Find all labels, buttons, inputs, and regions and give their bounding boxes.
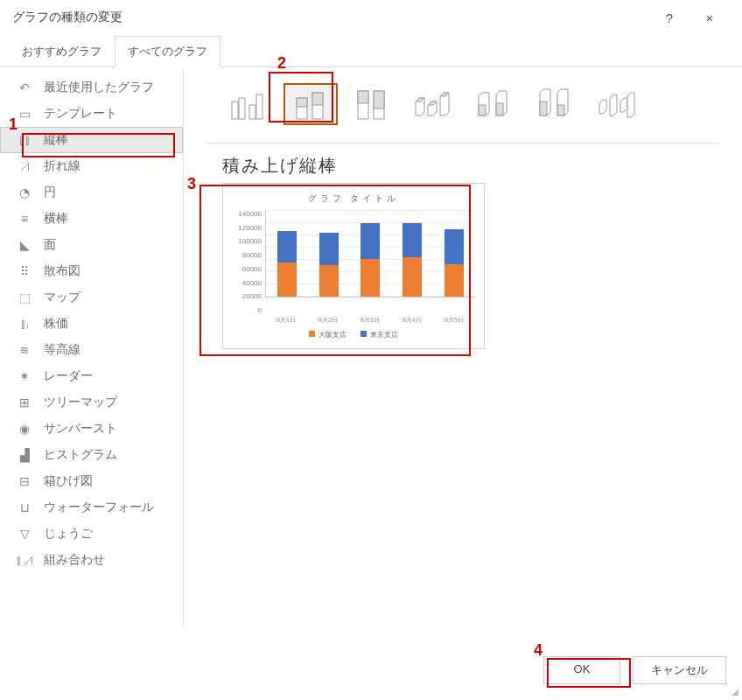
bar-column (357, 223, 385, 297)
sidebar-item-scatter[interactable]: ⠿散布図 (0, 258, 183, 284)
sidebar-item-bar[interactable]: ≡横棒 (0, 206, 183, 232)
svg-rect-2 (249, 105, 256, 119)
sidebar-item-waterfall[interactable]: ⊔ウォーターフォール (0, 494, 183, 521)
svg-rect-1 (239, 98, 245, 119)
y-axis: 140000120000100000800006000040000200000 (232, 210, 265, 314)
resize-grip-icon[interactable]: ◢ (732, 687, 738, 696)
callout-3: 3 (187, 175, 196, 193)
subtype-3d-stacked-column[interactable] (467, 83, 522, 125)
sidebar-item-label: 横棒 (44, 211, 68, 227)
surface-icon: ≋ (16, 343, 33, 357)
line-icon: ⩘ (16, 159, 33, 173)
x-axis: 8月1日8月2日8月3日8月4日8月5日 (265, 314, 475, 325)
subtype-3d-100-stacked-column[interactable] (528, 83, 583, 125)
sidebar-item-histogram[interactable]: ▟ヒストグラム (0, 442, 183, 468)
sidebar-item-funnel[interactable]: ▽じょうご (0, 521, 183, 547)
sidebar-item-column[interactable]: ⫿⫿縦棒 (0, 127, 183, 153)
dialog-window: グラフの種類の変更 ? × おすすめグラフ すべてのグラフ ↶最近使用したグラフ… (0, 0, 742, 700)
dialog-footer: OK キャンセル (543, 656, 726, 684)
sidebar-item-sunburst[interactable]: ◉サンバースト (0, 416, 183, 442)
histogram-icon: ▟ (16, 448, 33, 462)
sidebar-item-label: テンプレート (44, 106, 117, 122)
sidebar-item-label: ヒストグラム (44, 447, 117, 463)
sidebar-item-recent[interactable]: ↶最近使用したグラフ (0, 74, 183, 101)
svg-rect-9 (358, 91, 368, 103)
subtype-clustered-column[interactable] (222, 83, 276, 125)
window-title: グラフの種類の変更 (12, 10, 122, 25)
svg-rect-23 (540, 102, 547, 116)
sidebar-item-label: 円 (44, 185, 56, 200)
cancel-button[interactable]: キャンセル (633, 656, 726, 684)
treemap-icon: ⊞ (16, 396, 33, 410)
sidebar-item-label: 折れ線 (44, 158, 80, 174)
sidebar-item-treemap[interactable]: ⊞ツリーマップ (0, 389, 183, 416)
bar-column (440, 229, 468, 297)
callout-4: 4 (534, 641, 542, 660)
sidebar-item-area[interactable]: ◣面 (0, 232, 183, 258)
stock-icon: ⫿ᵢ (16, 317, 33, 331)
sidebar-item-line[interactable]: ⩘折れ線 (0, 153, 183, 179)
sidebar-item-boxplot[interactable]: ⊟箱ひげ図 (0, 468, 183, 494)
sidebar-item-map[interactable]: ⬚マップ (0, 284, 183, 311)
subtype-stacked-column[interactable] (284, 83, 338, 125)
sunburst-icon: ◉ (16, 422, 33, 436)
sidebar-item-label: 組み合わせ (44, 552, 105, 568)
tab-all-charts[interactable]: すべてのグラフ (115, 36, 220, 67)
subtype-row (222, 83, 719, 125)
area-icon: ◣ (16, 238, 33, 252)
bar-column (315, 233, 343, 297)
sidebar-item-label: ツリーマップ (44, 395, 117, 410)
svg-marker-29 (627, 93, 634, 117)
svg-rect-5 (297, 98, 307, 107)
sidebar-item-label: 面 (44, 237, 56, 253)
chart-preview[interactable]: グラフ タイトル 1400001200001000008000060000400… (222, 183, 485, 349)
scatter-icon: ⠿ (16, 264, 33, 278)
chart-category-sidebar: ↶最近使用したグラフ▭テンプレート⫿⫿縦棒⩘折れ線◔円≡横棒◣面⠿散布図⬚マップ… (0, 67, 184, 627)
sidebar-item-label: 等高線 (44, 342, 80, 358)
sidebar-item-stock[interactable]: ⫿ᵢ株価 (0, 311, 183, 337)
callout-2: 2 (277, 54, 286, 73)
sidebar-item-label: ウォーターフォール (44, 500, 154, 515)
radar-icon: ✶ (16, 369, 33, 383)
bar-icon: ≡ (16, 212, 33, 226)
sidebar-item-surface[interactable]: ≋等高線 (0, 337, 183, 363)
svg-rect-7 (312, 93, 323, 105)
svg-rect-3 (256, 94, 262, 119)
svg-marker-26 (599, 100, 606, 114)
plot-area (265, 210, 475, 298)
recent-icon: ↶ (16, 80, 33, 94)
subtype-3d-column[interactable] (590, 83, 644, 125)
subtype-3d-clustered-column[interactable] (406, 83, 460, 125)
tab-strip: おすすめグラフ すべてのグラフ (0, 35, 742, 67)
map-icon: ⬚ (16, 290, 33, 304)
preview-chart-title: グラフ タイトル (232, 192, 475, 205)
chart-subtype-panel: 積み上げ縦棒 グラフ タイトル 140000120000100000800006… (184, 67, 742, 627)
column-icon: ⫿⫿ (16, 133, 33, 147)
sidebar-item-combo[interactable]: ⫿⩘組み合わせ (0, 547, 183, 573)
bar-column (398, 223, 426, 297)
sidebar-item-label: レーダー (44, 368, 93, 384)
boxplot-icon: ⊟ (16, 474, 33, 488)
legend: 大阪支店 東京支店 (232, 330, 475, 340)
sidebar-item-template[interactable]: ▭テンプレート (0, 101, 183, 127)
callout-1: 1 (9, 116, 18, 134)
sidebar-item-radar[interactable]: ✶レーダー (0, 363, 183, 389)
pie-icon: ◔ (16, 186, 33, 200)
sidebar-item-label: じょうご (44, 526, 93, 542)
tab-recommended[interactable]: おすすめグラフ (9, 36, 115, 67)
divider (206, 143, 719, 144)
help-button[interactable]: ? (649, 10, 690, 25)
sidebar-item-pie[interactable]: ◔円 (0, 179, 183, 206)
titlebar: グラフの種類の変更 ? × (0, 0, 742, 35)
svg-rect-25 (557, 105, 564, 116)
template-icon: ▭ (16, 107, 33, 121)
close-button[interactable]: × (690, 10, 730, 25)
combo-icon: ⫿⩘ (16, 553, 33, 567)
svg-marker-28 (620, 98, 627, 112)
ok-button[interactable]: OK (543, 656, 620, 684)
sidebar-item-label: マップ (44, 290, 80, 305)
svg-rect-11 (374, 91, 384, 108)
sidebar-item-label: 箱ひげ図 (44, 473, 93, 489)
svg-rect-21 (496, 103, 503, 116)
subtype-100-stacked-column[interactable] (345, 83, 399, 125)
